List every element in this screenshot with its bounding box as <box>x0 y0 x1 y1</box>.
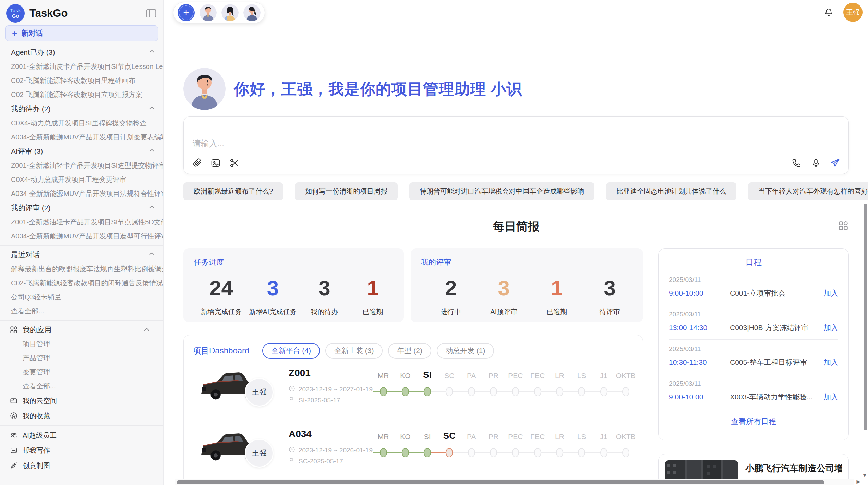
sidebar-section-header[interactable]: Agent已办 (3) <box>0 45 163 60</box>
sidebar-app-item[interactable]: 查看全部... <box>0 379 163 393</box>
agent-avatar-3[interactable] <box>243 4 261 21</box>
sidebar-item-favorites[interactable]: 我的收藏 <box>0 408 163 423</box>
sidebar-divider <box>0 245 163 246</box>
horizontal-scrollbar-thumb[interactable] <box>177 480 824 484</box>
sidebar-app-item[interactable]: 项目管理 <box>0 337 163 351</box>
dashboard-tab[interactable]: 全新上装 (3) <box>325 343 383 359</box>
scroll-down-arrow-icon[interactable]: ▼ <box>862 473 867 478</box>
new-chat-button[interactable]: + 新对话 <box>5 25 158 41</box>
sidebar-task-item[interactable]: C0X4-动力总成开发项目工程变更评审 <box>0 173 163 187</box>
sidebar-item-cloud-space[interactable]: 我的云空间 <box>0 393 163 408</box>
dashboard-tabs: 全新平台 (4)全新上装 (3)年型 (2)动总开发 (1) <box>262 343 494 359</box>
sidebar-task-item[interactable]: A034-全新新能源MUV产品开发项目计划变更表编写 <box>0 130 163 144</box>
stat-label: AI预评审 <box>490 307 517 316</box>
sidebar-collapse-icon[interactable] <box>146 9 156 18</box>
dashboard-tab[interactable]: 年型 (2) <box>388 343 431 359</box>
owner-avatar: 王强 <box>245 439 274 468</box>
project-code[interactable]: A034 <box>289 428 312 439</box>
composer-actions <box>792 158 840 168</box>
milestone-node <box>446 448 453 457</box>
sidebar-task-item[interactable]: A034-全新新能源MUV产品开发项目造型可行性评审 <box>0 229 163 243</box>
sidebar-task-item[interactable]: Z001-全新燃油轻卡产品开发项目SI造型提交物评审 <box>0 159 163 173</box>
sidebar-item-my-apps[interactable]: 我的应用 <box>0 323 163 337</box>
scroll-right-arrow-icon[interactable]: ▶ <box>856 478 860 485</box>
suggestion-chip[interactable]: 比亚迪全固态电池计划具体说了什么 <box>606 182 736 200</box>
suggestion-chip[interactable]: 欧洲新规最近颁布了什么? <box>183 182 283 200</box>
sidebar-app-item[interactable]: 产品管理 <box>0 351 163 365</box>
sidebar-task-item[interactable]: Z001-全新燃油皮卡产品开发项目SI节点Lesson Learn报告 <box>0 60 163 74</box>
stat-value: 24 <box>209 276 233 300</box>
send-icon[interactable] <box>830 158 840 168</box>
milestone-node <box>468 448 475 457</box>
suggestion-chip[interactable]: 当下年轻人对汽车外观有怎样的喜好趋势 <box>748 182 868 200</box>
dashboard-tab[interactable]: 动总开发 (1) <box>437 343 494 359</box>
agent-avatar-1[interactable] <box>200 4 217 21</box>
sidebar-task-item[interactable]: C0X4-动力总成开发项目SI里程碑提交物检查 <box>0 116 163 130</box>
main-content: 你好，王强，我是你的项目管理助理 小识 请输入... 欧洲新规最近颁布了什么?如… <box>164 68 868 485</box>
sidebar-tool-item[interactable]: 帮我写作 <box>0 443 163 458</box>
milestone-node <box>534 448 541 457</box>
sidebar-recent-item[interactable]: 查看全部... <box>0 304 163 318</box>
schedule-row: 10:30-11:30C005-整车工程目标评审加入 <box>669 358 838 367</box>
user-avatar[interactable]: 王强 <box>843 3 863 22</box>
horizontal-scrollbar-track[interactable] <box>175 479 854 485</box>
app-title: TaskGo <box>29 7 146 20</box>
add-conversation-button[interactable]: + <box>178 4 195 21</box>
vertical-scrollbar-thumb[interactable] <box>864 204 867 430</box>
sidebar-section-title: AI评审 (3) <box>11 147 148 156</box>
sidebar-section-header[interactable]: 最近对话 <box>0 248 163 262</box>
assistant-avatar <box>183 68 226 110</box>
sidebar-section-header[interactable]: 我的待办 (2) <box>0 102 163 116</box>
sidebar-task-item[interactable]: C02-飞腾新能源轻客改款项目里程碑画布 <box>0 74 163 88</box>
suggestion-chip[interactable]: 如何写一份清晰的项目周报 <box>295 182 398 200</box>
sidebar-task-item[interactable]: Z001-全新燃油轻卡产品开发项目SI节点属性5D文件评审 <box>0 215 163 229</box>
sidebar-section-title: 我的待办 (2) <box>11 104 148 114</box>
my-apps-label: 我的应用 <box>23 325 143 335</box>
project-dates: 2023-12-19 ~ 2027-01-19 <box>289 385 373 394</box>
agent-avatar-2[interactable] <box>221 4 239 21</box>
join-link[interactable]: 加入 <box>824 358 838 367</box>
sidebar-tool-item[interactable]: AI超级员工 <box>0 428 163 443</box>
sidebar-recent-item[interactable]: 解释最新出台的欧盟报废车法规再生塑料比例被调至15%... <box>0 262 163 276</box>
project-row: 王强Z0012023-12-19 ~ 2027-01-19SI-2025-05-… <box>193 359 634 420</box>
join-link[interactable]: 加入 <box>824 323 838 333</box>
schedule-time: 9:00-10:00 <box>669 393 730 401</box>
composer-placeholder: 请输入... <box>193 138 224 149</box>
dashboard-tab[interactable]: 全新平台 (4) <box>262 343 320 359</box>
phone-icon[interactable] <box>792 158 802 168</box>
view-all-schedule-link[interactable]: 查看所有日程 <box>669 416 838 427</box>
project-flag-text: SC-2025-05-17 <box>299 458 343 465</box>
image-attach-icon[interactable] <box>210 158 221 168</box>
notifications-bell-icon[interactable] <box>823 7 834 17</box>
layout-grid-icon[interactable] <box>838 220 849 231</box>
milestone-node <box>600 387 607 396</box>
scissors-icon[interactable] <box>229 158 239 168</box>
join-link[interactable]: 加入 <box>824 288 838 298</box>
mic-icon[interactable] <box>811 158 821 168</box>
sidebar-tool-item[interactable]: 创意制图 <box>0 458 163 473</box>
sidebar-recent-item[interactable]: C02-飞腾新能源轻客改款项目的闭环通告反馈情况 <box>0 276 163 290</box>
main-area: + 王强 你好，王强，我是你的项目管理助理 小识 请输入... <box>164 0 868 485</box>
sidebar-list: Agent已办 (3)Z001-全新燃油皮卡产品开发项目SI节点Lesson L… <box>0 45 163 473</box>
schedule-name: C001-立项审批会 <box>730 288 824 298</box>
chevron-up-icon <box>143 326 151 334</box>
sidebar-recent-item[interactable]: 公司Q3轻卡销量 <box>0 290 163 304</box>
join-link[interactable]: 加入 <box>824 392 838 402</box>
milestone-node <box>622 387 629 396</box>
suggestion-chip[interactable]: 特朗普可能对进口汽车增税会对中国车企造成哪些影响 <box>409 182 594 200</box>
sidebar-app-item[interactable]: 变更管理 <box>0 365 163 379</box>
project-code[interactable]: Z001 <box>289 368 311 378</box>
stat-value: 3 <box>267 276 279 300</box>
sidebar-task-item[interactable]: C02-飞腾新能源轻客改款项目立项汇报方案 <box>0 88 163 102</box>
sidebar-section-header[interactable]: AI评审 (3) <box>0 144 163 159</box>
message-composer[interactable]: 请输入... <box>183 116 849 174</box>
milestone-node <box>578 448 585 457</box>
project-dates: 2023-12-19 ~ 2026-01-19 <box>289 446 373 455</box>
milestone-node <box>446 387 453 396</box>
paperclip-icon[interactable] <box>192 158 202 168</box>
stat-block: 3我的待办 <box>304 276 345 316</box>
sidebar-task-item[interactable]: A034-全新新能源MUV产品开发项目法规符合性评审 <box>0 187 163 201</box>
sidebar-row-label: 创意制图 <box>23 461 50 470</box>
sidebar-section-header[interactable]: 我的评审 (2) <box>0 201 163 215</box>
schedule-date: 2025/03/11 <box>669 345 838 353</box>
